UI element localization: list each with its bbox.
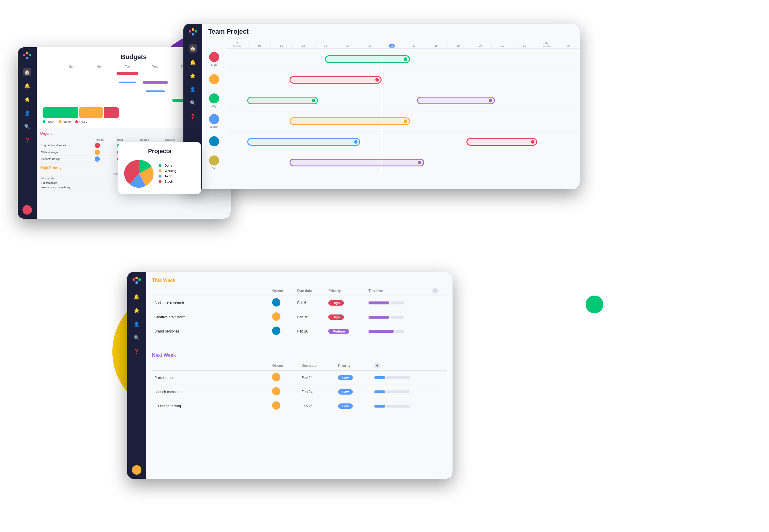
bar-sari (289, 159, 424, 166)
svg-rect-10 (138, 278, 141, 281)
priority-badge-presentation: Low (338, 375, 353, 380)
date-23: 23Sunday (536, 41, 558, 48)
sidebar-search-icon[interactable]: 🔍 (23, 122, 31, 131)
today-line (380, 49, 381, 173)
gantt-person-sari: Sari (202, 152, 226, 173)
gantt-row-1 (226, 49, 580, 69)
row-name: Banners Design (40, 156, 93, 163)
gantt-search-icon[interactable]: 🔍 (189, 99, 197, 107)
timeline-bar-audience (368, 301, 404, 304)
cal-cell (86, 69, 113, 78)
task-owner-personas (270, 324, 294, 338)
bar-dot-may (312, 99, 315, 102)
working-label: Working (164, 169, 176, 173)
gantt-people-col: Shay May Joseph (202, 38, 226, 189)
gantt-title: Team Project (208, 28, 249, 35)
owner-avatar-personas (272, 327, 280, 335)
th2-add: + (372, 361, 447, 371)
gantt-logo[interactable] (188, 27, 197, 37)
bar-row5-red (467, 138, 537, 146)
gantt-help-icon[interactable]: ❓ (189, 112, 197, 121)
cal-tue: Tue (114, 64, 141, 69)
task-priority-personas: Medium (326, 324, 366, 338)
avatar-sari (209, 155, 219, 166)
tl-empty-presentation (386, 376, 410, 379)
legend-item-todo: To do (158, 174, 176, 178)
bar-dot-row2 (375, 78, 379, 82)
cal-cell (114, 69, 141, 78)
tl-fill-brainstorm (368, 316, 389, 319)
th2-owner: Owner (270, 361, 299, 371)
task-timeline-audience (366, 296, 430, 310)
this-week-table: Owner Due date Priority Timeline + Audie… (152, 286, 447, 338)
date-18: 18 (425, 44, 447, 48)
avatar-shay (209, 52, 219, 62)
screen-tasks: 🔔 ⭐ 👤 🔍 ❓ This Week Owner Due date Prior… (127, 272, 453, 479)
row-name: New landing page design (40, 185, 111, 190)
task-owner-audience (270, 296, 294, 310)
tl-fill-launch (374, 390, 385, 393)
sidebar-avatar[interactable] (22, 205, 32, 215)
gantt-person-5 (202, 132, 226, 152)
gantt-star-icon[interactable]: ⭐ (189, 72, 197, 80)
date-22: 22 (514, 44, 536, 48)
legend-done: Done (47, 120, 54, 124)
tasks-sidebar-avatar[interactable] (132, 465, 141, 475)
this-week-add[interactable]: + (432, 288, 438, 294)
task-name-fb: FB image testing (152, 399, 270, 413)
svg-rect-3 (26, 57, 28, 59)
timeline-bar-fb (374, 405, 410, 408)
gantt-row-4 (226, 111, 580, 132)
avatar-may (209, 93, 219, 103)
bar-row2 (289, 76, 381, 84)
gantt-row-6 (226, 152, 580, 173)
tl-empty-audience (391, 301, 404, 304)
gantt-row-5 (226, 132, 580, 152)
tasks-star-icon[interactable]: ⭐ (132, 306, 141, 314)
gantt-row-2 (226, 69, 580, 90)
next-week-title: Next Week (152, 353, 447, 358)
th-timeline: Timeline (366, 286, 430, 296)
task-row-launch: Launch campaign Feb 24 Low (152, 385, 447, 399)
gantt-person-shay: Shay (202, 49, 226, 69)
task-priority-audience: High (326, 296, 366, 310)
tasks-help-icon[interactable]: ❓ (132, 347, 141, 355)
tasks-bell-icon[interactable]: 🔔 (132, 293, 141, 301)
bar-dot-shay (404, 57, 407, 61)
cal-label-1: • (43, 69, 57, 78)
screen-gantt: 🏠 🔔 ⭐ 👤 🔍 ❓ Team Project Shay (183, 24, 580, 189)
sidebar-home-icon[interactable]: 🏠 (23, 68, 31, 76)
priority-badge-audience: High (328, 300, 344, 306)
date-16: 16 (380, 44, 403, 48)
tl-fill-audience (368, 301, 389, 304)
gantt-bell-icon[interactable]: 🔔 (189, 58, 197, 66)
name-sari: Sari (211, 167, 216, 170)
row-person (93, 149, 116, 156)
tasks-logo[interactable] (132, 275, 141, 285)
tasks-search-icon[interactable]: 🔍 (132, 333, 141, 342)
done-label: Done (164, 164, 172, 167)
task-name-personas: Brand personas (152, 324, 270, 338)
task-timeline-launch (372, 385, 447, 399)
app-logo[interactable] (22, 51, 32, 60)
svg-rect-8 (132, 278, 135, 281)
sidebar-help-icon[interactable]: ❓ (23, 136, 31, 144)
gantt-user-icon[interactable]: 👤 (189, 85, 197, 93)
svg-rect-2 (29, 54, 31, 56)
priority-badge-launch: Low (338, 389, 353, 395)
th-owner: Owner (270, 286, 294, 296)
sidebar-tasks: 🔔 ⭐ 👤 🔍 ❓ (127, 272, 146, 479)
name-may: May (211, 105, 216, 108)
task-timeline-brainstorm (366, 310, 430, 324)
sidebar-bell-icon[interactable]: 🔔 (23, 82, 31, 90)
gantt-dates-header: 9Sunday 10 11 12 13 14 15 16 17 18 19 20… (226, 38, 580, 49)
tasks-user-icon[interactable]: 👤 (132, 320, 141, 328)
todo-dot (158, 175, 161, 178)
sidebar-star-icon[interactable]: ⭐ (23, 95, 31, 103)
th2-priority: Priority (336, 361, 372, 371)
next-week-add[interactable]: + (374, 363, 380, 369)
task-owner-launch (270, 385, 299, 399)
sidebar-user-icon[interactable]: 👤 (23, 109, 31, 117)
gantt-home-icon[interactable]: 🏠 (189, 44, 197, 53)
col-name (40, 138, 93, 142)
